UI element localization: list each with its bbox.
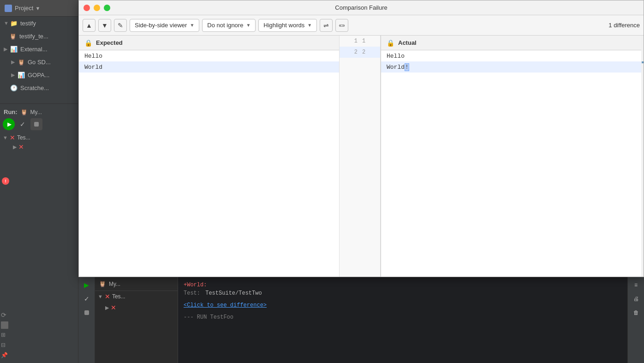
sidebar-item-label: Scratche... xyxy=(20,85,49,91)
run-name: My... xyxy=(30,109,42,115)
bottom-test-item-suite[interactable]: ▼ ✕ Tes... xyxy=(95,291,178,302)
chevron-down-icon: ▼ xyxy=(246,23,250,28)
pin-icon[interactable]: 📌 xyxy=(1,352,8,359)
play-button[interactable]: ▶ xyxy=(3,118,15,130)
actual-panel: 🔒 Actual Hello World! xyxy=(381,36,641,277)
dialog-title: Comparison Failure xyxy=(335,4,387,11)
play-button-bottom[interactable]: ▶ xyxy=(81,279,93,291)
dialog-toolbar: ▲ ▼ ✎ Side-by-side viewer ▼ Do not ignor… xyxy=(79,15,644,36)
run-owl-icon-small: 🦉 xyxy=(99,280,106,287)
format-button[interactable]: ≡ xyxy=(630,279,642,291)
edge-diff-marker xyxy=(642,61,644,63)
grid2-icon[interactable]: ⊟ xyxy=(1,342,8,349)
sidebar-item-testify[interactable]: ▼ 📁 testify xyxy=(0,17,78,30)
stop-button-bottom[interactable] xyxy=(81,307,93,319)
trash-icon: 🗑 xyxy=(633,309,639,316)
run-label: Run: xyxy=(4,109,18,115)
sync-button[interactable]: ⇌ xyxy=(320,19,333,32)
actual-line-1-text: Hello xyxy=(387,53,405,60)
expected-line-1-text: Hello xyxy=(84,53,102,60)
check-icon: ✓ xyxy=(84,295,89,302)
maximize-button[interactable] xyxy=(104,5,110,11)
test-value: TestSuite/TestTwo xyxy=(205,290,262,296)
check-button-bottom[interactable]: ✓ xyxy=(81,293,93,305)
expected-header: 🔒 Expected xyxy=(79,36,339,50)
sidebar-item-label: testify xyxy=(20,20,36,27)
project-label: Project xyxy=(15,5,33,12)
output-test-line: Test: TestSuite/TestTwo xyxy=(184,289,622,297)
grid-icon[interactable]: ⊞ xyxy=(1,332,8,339)
actual-line-1: Hello xyxy=(381,50,641,61)
expected-empty-space xyxy=(79,73,339,257)
minimize-button[interactable] xyxy=(94,5,100,11)
close-button[interactable] xyxy=(83,5,90,11)
error-icon: ✕ xyxy=(105,293,110,300)
error-sub-icon: ✕ xyxy=(111,304,116,311)
run-toolbar-row: ▶ ✓ xyxy=(0,117,78,131)
expand-button[interactable]: «» xyxy=(335,19,348,32)
lock-icon: 🔒 xyxy=(84,39,92,47)
sidebar-item-testify-te[interactable]: 🦉 testify_te... xyxy=(0,30,78,42)
delete-button[interactable]: 🗑 xyxy=(630,307,642,319)
bottom-right-toolbar: ≡ 🖨 🗑 xyxy=(627,277,644,363)
actual-empty-space xyxy=(381,73,641,257)
expected-lines: Hello World xyxy=(79,50,339,277)
bottom-test-label: Tes... xyxy=(112,293,125,300)
sidebar-item-external[interactable]: ▶ 📊 External... xyxy=(0,42,78,55)
line-number-gutter: 1 1 2 2 xyxy=(339,36,381,277)
highlight-label: Highlight words xyxy=(263,22,304,29)
actual-header-text: Actual xyxy=(398,39,417,46)
bottom-test-item-sub[interactable]: ▶ ✕ xyxy=(95,302,178,313)
sidebar-item-label: testify_te... xyxy=(19,33,48,40)
output-click-diff[interactable]: <Click to see difference> xyxy=(184,301,622,309)
nav-edit-button[interactable]: ✎ xyxy=(114,19,127,32)
gutter-right-1: 1 xyxy=(362,38,365,44)
output-run-line: --- RUN TestFoo xyxy=(184,313,622,321)
window-controls xyxy=(83,5,110,11)
reload-icon[interactable]: ⟳ xyxy=(1,311,8,319)
chart-icon: 📊 xyxy=(18,71,25,79)
gutter-line-2: 2 2 xyxy=(340,47,380,58)
gutter-right-2: 2 xyxy=(362,49,365,55)
actual-header: 🔒 Actual xyxy=(381,36,641,50)
sidebar-item-gopa[interactable]: ▶ 📊 GOPA... xyxy=(0,68,78,81)
click-diff-link[interactable]: <Click to see difference> xyxy=(184,302,267,309)
format-icon: ≡ xyxy=(634,282,638,288)
run-line-text: --- RUN TestFoo xyxy=(184,314,233,321)
check-button[interactable]: ✓ xyxy=(17,118,29,130)
folder-icon: 📁 xyxy=(10,19,18,27)
expand-arrow: ▶ xyxy=(4,46,9,52)
error-circle-icon: ✕ xyxy=(18,143,24,151)
gutter-line-1: 1 1 xyxy=(340,36,380,47)
dialog-titlebar: Comparison Failure xyxy=(79,0,644,15)
play-icon: ▶ xyxy=(84,281,89,289)
nav-down-button[interactable]: ▼ xyxy=(98,19,111,32)
ignore-label: Do not ignore xyxy=(207,22,243,29)
stop-button[interactable] xyxy=(30,118,42,130)
stop-indicator xyxy=(1,321,8,329)
bottom-main-content: +World: Test: TestSuite/TestTwo <Click t… xyxy=(178,277,627,363)
test-item-suite[interactable]: ▼ ✕ Tes... xyxy=(0,133,78,142)
expected-line-2-text: World xyxy=(84,64,102,71)
nav-up-button[interactable]: ▲ xyxy=(83,19,95,32)
sidebar-header: Project ▼ xyxy=(0,0,78,17)
go-owl-icon: 🦉 xyxy=(18,58,25,66)
highlight-dropdown[interactable]: Highlight words ▼ xyxy=(258,19,317,32)
test-item-sub[interactable]: ▶ ✕ xyxy=(0,142,78,151)
sidebar-item-label: External... xyxy=(20,46,48,53)
sidebar-item-gosd[interactable]: ▶ 🦉 Go SD... xyxy=(0,55,78,68)
print-button[interactable]: 🖨 xyxy=(630,293,642,305)
stop-icon xyxy=(84,310,89,315)
actual-lines: Hello World! xyxy=(381,50,641,277)
output-diff-text: +World: xyxy=(184,282,207,288)
lock-icon: 🔒 xyxy=(387,39,394,47)
ignore-dropdown[interactable]: Do not ignore ▼ xyxy=(202,19,256,32)
right-edge-indicator xyxy=(641,36,644,277)
sidebar-item-scratch[interactable]: 🕐 Scratche... xyxy=(0,81,78,94)
dialog-overlay: Comparison Failure ▲ ▼ ✎ Side-by-side vi… xyxy=(78,0,644,277)
left-edge-icons: ! xyxy=(0,175,9,187)
viewer-dropdown[interactable]: Side-by-side viewer ▼ xyxy=(130,19,199,32)
sidebar-item-label: GOPA... xyxy=(28,72,49,79)
run-header-row: Run: 🦉 My... xyxy=(0,107,78,117)
actual-line-2: World! xyxy=(381,61,641,73)
